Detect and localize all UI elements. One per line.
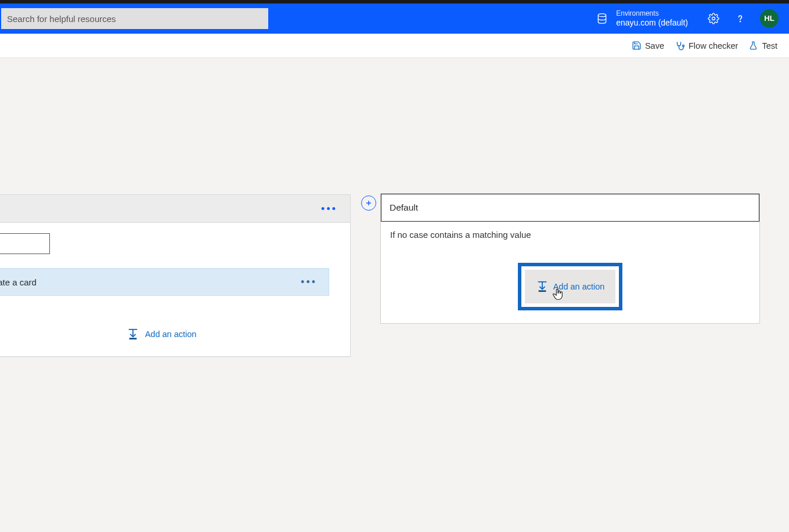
add-action-icon bbox=[127, 328, 139, 340]
case-action-row[interactable]: Create a card ••• bbox=[0, 268, 329, 296]
settings-icon[interactable] bbox=[707, 12, 720, 26]
test-label: Test bbox=[762, 41, 777, 50]
command-bar: Save Flow checker Test bbox=[0, 34, 789, 58]
svg-point-1 bbox=[712, 17, 715, 20]
add-action-button-default[interactable]: Add an action bbox=[525, 270, 615, 303]
default-title: Default bbox=[390, 202, 418, 213]
search-input[interactable] bbox=[1, 8, 268, 29]
svg-point-0 bbox=[599, 14, 606, 17]
help-icon[interactable] bbox=[733, 12, 747, 26]
test-button[interactable]: Test bbox=[748, 41, 777, 50]
default-header[interactable]: Default bbox=[381, 194, 759, 222]
add-case-button[interactable] bbox=[361, 196, 376, 211]
add-action-icon bbox=[536, 281, 549, 292]
save-label: Save bbox=[645, 41, 664, 50]
default-card: Default If no case contains a matching v… bbox=[380, 193, 760, 324]
svg-point-3 bbox=[682, 45, 684, 46]
environment-name: enayu.com (default) bbox=[616, 18, 688, 27]
save-icon bbox=[632, 41, 642, 50]
flask-icon bbox=[748, 41, 758, 50]
case-value-input[interactable] bbox=[0, 233, 50, 254]
svg-point-2 bbox=[740, 21, 741, 21]
default-description: If no case contains a matching value bbox=[390, 230, 750, 240]
flow-checker-label: Flow checker bbox=[689, 41, 738, 50]
add-action-label: Add an action bbox=[553, 282, 605, 291]
plus-icon bbox=[365, 199, 373, 207]
tutorial-highlight-frame: Add an action bbox=[518, 263, 622, 310]
case-card: ••• Create a card ••• Add an action bbox=[0, 194, 351, 357]
app-header: Environments enayu.com (default) HL bbox=[0, 3, 789, 34]
save-button[interactable]: Save bbox=[632, 41, 664, 50]
add-action-link-case[interactable]: Add an action bbox=[0, 328, 340, 340]
flow-checker-button[interactable]: Flow checker bbox=[675, 41, 738, 51]
environment-picker[interactable]: Environments enayu.com (default) bbox=[589, 8, 694, 30]
add-action-label: Add an action bbox=[145, 330, 197, 339]
stethoscope-icon bbox=[675, 41, 685, 51]
avatar-initials: HL bbox=[764, 14, 774, 23]
case-action-label: Create a card bbox=[0, 277, 37, 287]
svg-rect-5 bbox=[538, 290, 546, 292]
case-header[interactable]: ••• bbox=[0, 195, 350, 223]
svg-rect-4 bbox=[129, 338, 136, 339]
database-icon bbox=[595, 12, 609, 26]
avatar[interactable]: HL bbox=[760, 9, 779, 28]
flow-canvas[interactable]: ••• Create a card ••• Add an action bbox=[0, 58, 789, 532]
environments-label: Environments bbox=[616, 10, 688, 18]
